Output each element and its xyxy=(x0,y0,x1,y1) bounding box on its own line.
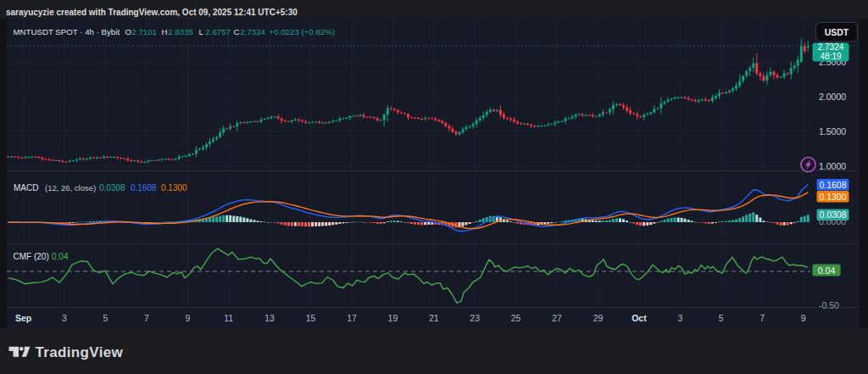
svg-text:21: 21 xyxy=(429,313,439,323)
svg-text:MNTUSDT SPOT · 4h · Bybit: MNTUSDT SPOT · 4h · Bybit xyxy=(14,27,120,36)
svg-text:29: 29 xyxy=(593,313,604,323)
svg-text:23: 23 xyxy=(470,313,480,323)
svg-text:3: 3 xyxy=(677,313,682,323)
svg-text:0.04: 0.04 xyxy=(818,265,836,276)
svg-text:H: H xyxy=(162,27,168,36)
svg-text:11: 11 xyxy=(224,313,233,323)
svg-text:0.1608: 0.1608 xyxy=(131,183,157,193)
svg-text:48:19: 48:19 xyxy=(820,52,841,61)
svg-text:0.1300: 0.1300 xyxy=(161,183,187,193)
svg-text:+0.0223 (+0.82%): +0.0223 (+0.82%) xyxy=(270,27,336,36)
svg-text:MACD: MACD xyxy=(14,183,38,193)
svg-text:C: C xyxy=(234,27,240,36)
svg-text:2.0000: 2.0000 xyxy=(819,92,846,102)
svg-text:13: 13 xyxy=(264,313,275,323)
svg-text:0.1300: 0.1300 xyxy=(819,192,846,202)
svg-text:7: 7 xyxy=(144,313,149,323)
svg-text:15: 15 xyxy=(306,313,316,323)
svg-text:5: 5 xyxy=(103,313,108,323)
svg-text:2.8335: 2.8335 xyxy=(168,27,193,36)
svg-text:5: 5 xyxy=(719,313,724,323)
svg-text:0.0308: 0.0308 xyxy=(819,209,846,220)
svg-text:Sep: Sep xyxy=(15,313,31,323)
svg-text:25: 25 xyxy=(511,313,521,323)
svg-text:CMF (20): CMF (20) xyxy=(14,252,49,261)
svg-text:0.1608: 0.1608 xyxy=(819,180,846,190)
svg-text:7: 7 xyxy=(760,313,765,323)
svg-text:1.5000: 1.5000 xyxy=(819,126,846,137)
svg-text:27: 27 xyxy=(552,313,562,323)
svg-text:2.7324: 2.7324 xyxy=(818,42,844,52)
svg-text:L: L xyxy=(199,27,204,36)
svg-text:9: 9 xyxy=(185,313,190,323)
svg-text:0.04: 0.04 xyxy=(52,252,69,261)
svg-text:O: O xyxy=(125,27,132,36)
svg-text:3: 3 xyxy=(62,313,67,323)
svg-text:19: 19 xyxy=(388,313,398,323)
svg-text:2.6757: 2.6757 xyxy=(205,27,231,36)
svg-text:(12, 26, close): (12, 26, close) xyxy=(45,183,96,193)
svg-text:-0.50: -0.50 xyxy=(819,300,839,310)
svg-text:0.0308: 0.0308 xyxy=(99,183,125,193)
svg-text:1.0000: 1.0000 xyxy=(819,161,846,171)
svg-text:17: 17 xyxy=(347,313,357,323)
svg-text:Oct: Oct xyxy=(632,313,647,323)
svg-text:2.7101: 2.7101 xyxy=(131,27,157,36)
svg-text:TradingView: TradingView xyxy=(36,344,124,360)
svg-text:9: 9 xyxy=(801,313,806,323)
svg-text:USDT: USDT xyxy=(825,27,849,37)
svg-text:sarayucyzie created with Tradi: sarayucyzie created with TradingView.com… xyxy=(6,8,298,17)
svg-text:2.7324: 2.7324 xyxy=(240,27,265,36)
